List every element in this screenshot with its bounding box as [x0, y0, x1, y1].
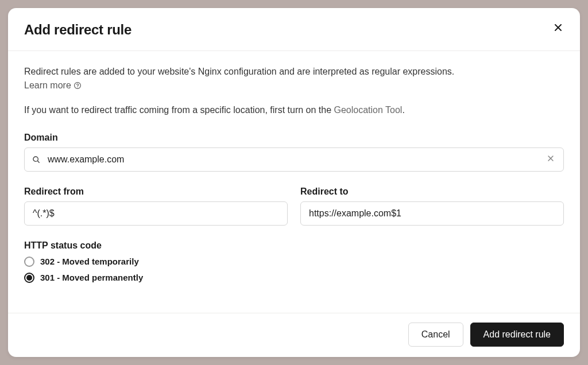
close-icon	[554, 23, 563, 34]
status-301-label: 301 - Moved permanently	[40, 273, 143, 282]
status-code-label: HTTP status code	[24, 240, 564, 251]
radio-icon	[24, 273, 34, 283]
redirect-from-input[interactable]	[24, 201, 288, 226]
clear-icon	[547, 154, 555, 164]
radio-dot-icon	[26, 275, 32, 281]
learn-more-row: Learn more	[24, 80, 564, 91]
status-302-label: 302 - Moved temporarily	[40, 257, 139, 266]
dialog-header: Add redirect rule	[8, 8, 580, 51]
domain-clear-button[interactable]	[544, 152, 557, 166]
geolocation-tool-link[interactable]: Geolocation Tool	[334, 105, 403, 115]
learn-more-label: Learn more	[24, 80, 71, 91]
redirect-to-label: Redirect to	[300, 187, 564, 197]
close-button[interactable]	[552, 22, 564, 35]
svg-point-3	[77, 87, 78, 87]
domain-field: Domain	[24, 133, 564, 172]
add-redirect-rule-dialog: Add redirect rule Redirect rules are add…	[8, 8, 580, 357]
status-301-option[interactable]: 301 - Moved permanently	[24, 273, 564, 283]
redirect-from-field: Redirect from	[24, 187, 288, 226]
domain-label: Domain	[24, 133, 564, 143]
domain-input-wrapper	[24, 147, 564, 172]
dialog-body: Redirect rules are added to your website…	[8, 51, 580, 313]
dialog-footer: Cancel Add redirect rule	[8, 313, 580, 357]
learn-more-link[interactable]: Learn more	[24, 80, 82, 91]
redirect-fields-row: Redirect from Redirect to	[24, 187, 564, 226]
dialog-description: Redirect rules are added to your website…	[24, 65, 564, 79]
status-302-option[interactable]: 302 - Moved temporarily	[24, 257, 564, 267]
dialog-title: Add redirect rule	[24, 22, 131, 38]
geo-suffix: .	[402, 105, 404, 115]
redirect-to-field: Redirect to	[300, 187, 564, 226]
cancel-button[interactable]: Cancel	[408, 323, 463, 347]
redirect-to-input[interactable]	[300, 201, 564, 226]
redirect-from-label: Redirect from	[24, 187, 288, 197]
status-code-radio-group: 302 - Moved temporarily 301 - Moved perm…	[24, 257, 564, 283]
help-icon	[74, 81, 82, 90]
geo-prefix: If you want to redirect traffic coming f…	[24, 105, 334, 115]
add-redirect-rule-button[interactable]: Add redirect rule	[470, 323, 564, 347]
http-status-code-field: HTTP status code 302 - Moved temporarily…	[24, 240, 564, 283]
radio-icon	[24, 257, 34, 267]
geolocation-note: If you want to redirect traffic coming f…	[24, 103, 564, 118]
svg-point-2	[74, 82, 80, 88]
domain-input[interactable]	[24, 147, 564, 172]
